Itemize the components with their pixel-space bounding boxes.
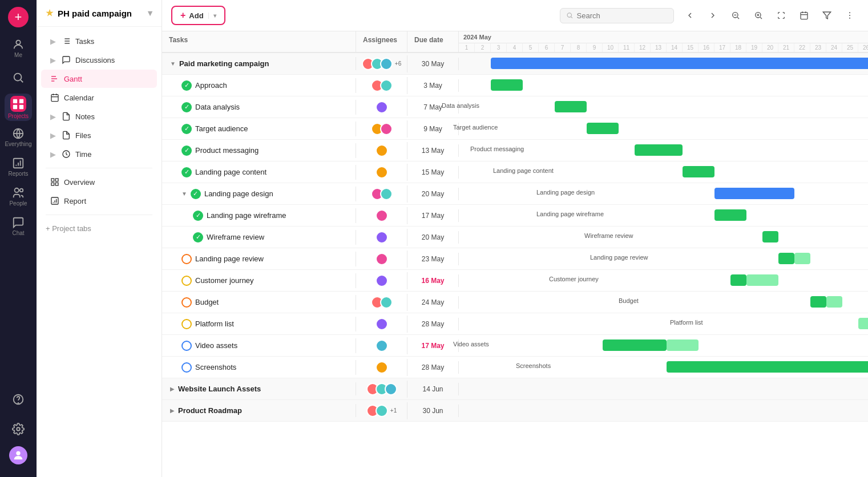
chevron-right-icon3: ▶ [50, 112, 56, 121]
settings-button[interactable] [5, 415, 32, 443]
main-content: + Add ▾ [162, 0, 868, 477]
table-row[interactable]: Customer journey16 MayCustomer journey [162, 270, 868, 292]
table-row[interactable]: ✓Wireframe review20 MayWireframe review [162, 227, 868, 248]
task-name-cell: ✓Product messaging [162, 143, 356, 158]
gantt-bar [587, 123, 619, 134]
files-label: Files [75, 131, 91, 140]
table-row[interactable]: Budget24 MayBudget [162, 292, 868, 313]
table-row[interactable]: ▼✓Landing page design20 MayLanding page … [162, 183, 868, 205]
project-dropdown-icon[interactable]: ▾ [148, 8, 152, 18]
expand-collapse-icon[interactable]: ▶ [170, 407, 175, 414]
day-12: 12 [635, 43, 651, 52]
task-name-cell: ✓Approach [162, 78, 356, 93]
fit-view-button[interactable] [772, 6, 790, 25]
svg-line-42 [571, 17, 572, 18]
table-row[interactable]: ✓Landing page content15 MayLanding page … [162, 161, 868, 183]
task-name-cell: ✓Landing page wireframe [162, 208, 356, 223]
task-label: Product messaging [195, 146, 259, 155]
bar-label: Target audience [453, 124, 498, 131]
sidebar-item-everything[interactable]: Everything [5, 123, 32, 151]
table-row[interactable]: ▶Product Roadmap+130 Jun [162, 400, 868, 422]
task-label: Landing page wireframe [207, 211, 286, 220]
sidebar-report[interactable]: Report [41, 192, 157, 210]
assignee-cell: +1 [356, 402, 407, 419]
gantt-container[interactable]: Tasks Assignees Due date 2024 May 2024 M… [162, 31, 868, 477]
gantt-bar-cell: Wireframe review [459, 227, 868, 248]
col-due: Due date [407, 31, 459, 52]
nav-prev-button[interactable] [681, 6, 699, 25]
add-project-tabs[interactable]: + Project tabs [37, 220, 162, 237]
gantt-label: Gantt [64, 75, 82, 83]
sidebar-calendar[interactable]: Calendar [41, 88, 157, 107]
avatar [385, 383, 397, 395]
gantt-bar-secondary [794, 253, 810, 264]
assignee-cell [356, 185, 407, 203]
bar-label: Product messaging [470, 145, 524, 152]
day-25: 25 [842, 43, 858, 52]
user-avatar[interactable] [8, 445, 29, 466]
table-row[interactable]: Landing page review23 MayLanding page re… [162, 248, 868, 270]
sidebar-item-projects[interactable]: Projects [5, 94, 32, 121]
due-date-cell: 14 Jun [407, 383, 459, 395]
expand-collapse-icon[interactable]: ▼ [181, 191, 187, 197]
sidebar-item-me[interactable]: Me [5, 34, 32, 62]
calendar-today-button[interactable] [795, 6, 813, 25]
day-2: 2 [475, 43, 491, 52]
day-6: 6 [539, 43, 555, 52]
sidebar-files[interactable]: ▶ Files [41, 126, 157, 144]
list-icon [62, 37, 71, 46]
zoom-out-button[interactable] [726, 6, 745, 25]
sidebar-item-people[interactable]: People [5, 183, 32, 210]
bar-label: Customer journey [549, 276, 599, 282]
svg-rect-35 [51, 183, 54, 185]
task-label: Video assets [195, 341, 237, 350]
search-box[interactable] [560, 8, 674, 23]
gantt-bar-cell: Landing page content [459, 161, 868, 183]
sidebar-gantt[interactable]: Gantt [41, 70, 157, 88]
table-row[interactable]: ▼Paid marketing campaign+630 May [162, 53, 868, 75]
sidebar-notes[interactable]: ▶ Notes [41, 107, 157, 126]
new-item-button[interactable]: + [8, 7, 29, 27]
task-label: Approach [195, 81, 227, 90]
sidebar-tasks[interactable]: ▶ Tasks [41, 32, 157, 50]
gantt-bar-cell: Landing page wireframe [459, 205, 868, 226]
search-input[interactable] [577, 11, 668, 20]
sidebar-item-reports[interactable]: Reports [5, 153, 32, 180]
table-row[interactable]: ▶Website Launch Assets14 Jun [162, 378, 868, 400]
project-header[interactable]: ★ PH paid campaign ▾ [37, 0, 162, 27]
expand-collapse-icon[interactable]: ▼ [170, 60, 176, 67]
avatar [376, 231, 388, 244]
project-title: PH paid campaign [58, 9, 132, 18]
assignee-cell [356, 381, 407, 398]
bar-label: Budget [619, 297, 639, 304]
table-row[interactable]: ✓Landing page wireframe17 MayLanding pag… [162, 205, 868, 227]
table-row[interactable]: ✓Target audience9 MayTarget audience [162, 118, 868, 140]
nav-next-button[interactable] [704, 6, 722, 25]
add-button[interactable]: + Add ▾ [171, 6, 225, 25]
day-row: 1234567891011121314151617181920212223242… [459, 43, 868, 52]
sidebar-divider [46, 168, 152, 168]
table-row[interactable]: ✓Approach3 May [162, 75, 868, 96]
zoom-in-button[interactable] [749, 6, 768, 25]
table-row[interactable]: ✓Product messaging13 MayProduct messagin… [162, 140, 868, 161]
sidebar-item-chat[interactable]: Chat [5, 212, 32, 240]
table-row[interactable]: Screenshots28 MayScreenshots [162, 357, 868, 378]
help-button[interactable] [5, 386, 32, 413]
sidebar-time[interactable]: ▶ Time [41, 145, 157, 163]
sidebar-item-search[interactable] [5, 64, 32, 91]
filter-button[interactable] [818, 6, 836, 25]
expand-collapse-icon[interactable]: ▶ [170, 386, 175, 392]
gantt-bar [810, 296, 826, 308]
bar-label: Video assets [453, 341, 489, 347]
caret-icon[interactable]: ▾ [208, 13, 216, 19]
task-label: Product Roadmap [178, 406, 242, 415]
more-options-button[interactable] [841, 6, 859, 25]
gantt-date-header: 2024 May 2024 May 1234567891011121314151… [459, 31, 868, 52]
sidebar-discussions[interactable]: ▶ Discussions [41, 51, 157, 69]
sidebar-overview[interactable]: Overview [41, 173, 157, 191]
due-date-cell: 20 May [407, 188, 459, 200]
table-row[interactable]: ✓Data analysis7 MayData analysis [162, 96, 868, 118]
gantt-bar [635, 144, 683, 156]
table-row[interactable]: Platform list28 MayPlatform list [162, 313, 868, 335]
table-row[interactable]: Video assets17 MayVideo assets [162, 335, 868, 357]
